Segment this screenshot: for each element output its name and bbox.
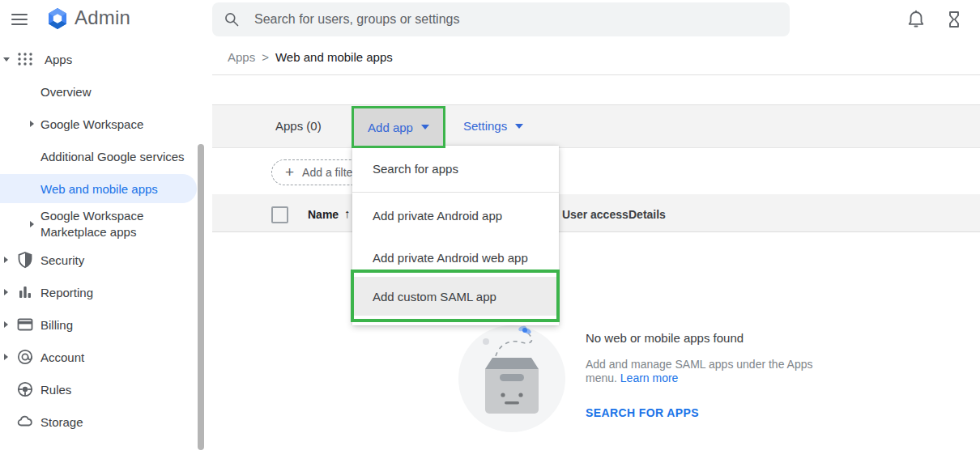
global-search[interactable] (212, 2, 790, 36)
google-admin-logo-icon (46, 7, 69, 30)
search-for-apps-link[interactable]: SEARCH FOR APPS (586, 406, 699, 419)
sidebar-item-web-and-mobile-apps[interactable]: Web and mobile apps (0, 176, 198, 201)
at-sign-account-icon (16, 348, 34, 366)
expand-arrow-icon (30, 221, 34, 227)
add-app-button[interactable]: Add app (354, 108, 443, 146)
breadcrumb-current: Web and mobile apps (275, 50, 393, 64)
sidebar-item-additional-google-services[interactable]: Additional Google services (0, 144, 198, 168)
search-icon (224, 11, 240, 28)
empty-state-title: No web or mobile apps found (586, 331, 744, 345)
bar-chart-reporting-icon (16, 283, 34, 301)
expand-arrow-icon (4, 257, 8, 263)
breadcrumb-separator: > (262, 50, 269, 64)
breadcrumb-parent[interactable]: Apps (228, 50, 255, 64)
expand-arrow-icon (30, 121, 34, 127)
menu-item-add-private-android-web-app[interactable]: Add private Android web app (352, 238, 559, 277)
sidebar-item-apps[interactable]: Apps (0, 47, 198, 71)
top-bar: Admin (0, 0, 980, 39)
divider (212, 74, 980, 75)
menu-item-search-for-apps[interactable]: Search for apps (352, 146, 559, 192)
sidebar-item-marketplace-apps[interactable]: Google Workspace Marketplace apps (0, 208, 198, 240)
apps-count-label: Apps (0) (275, 119, 322, 133)
sort-ascending-icon[interactable]: ↑ (344, 206, 351, 220)
sidebar-item-reporting[interactable]: Reporting (0, 280, 198, 304)
product-title: Admin (75, 6, 130, 29)
sidebar-scrollbar[interactable] (198, 144, 204, 450)
sidebar-item-storage[interactable]: Storage (0, 410, 198, 434)
select-all-checkbox[interactable] (271, 206, 288, 223)
menu-item-add-private-android-app[interactable]: Add private Android app (352, 193, 559, 238)
column-header-user-access: User access (562, 208, 628, 221)
notifications-bell-icon[interactable] (906, 10, 926, 29)
add-app-dropdown-menu: Search for apps Add private Android app … (352, 146, 559, 325)
plus-icon: + (285, 163, 294, 181)
chevron-down-icon (421, 125, 429, 129)
column-header-details: Details (628, 208, 666, 221)
empty-state-description: Add and manage SAML apps under the Apps … (586, 358, 829, 385)
learn-more-link[interactable]: Learn more (620, 371, 679, 384)
cloud-storage-icon (16, 413, 34, 431)
shield-security-icon (16, 251, 34, 269)
sidebar-item-rules[interactable]: Rules (0, 377, 198, 401)
sidebar-nav: Apps Overview Google Workspace Additiona… (0, 39, 207, 450)
hourglass-tasks-icon[interactable] (944, 10, 964, 29)
expand-arrow-icon (4, 289, 8, 295)
empty-box-illustration (455, 321, 569, 434)
collapse-arrow-icon (3, 57, 10, 62)
credit-card-billing-icon (16, 316, 34, 333)
menu-item-add-custom-saml-app[interactable]: Add custom SAML app (352, 277, 559, 316)
sidebar-item-google-workspace[interactable]: Google Workspace (0, 112, 198, 136)
sidebar-item-billing[interactable]: Billing (0, 312, 198, 337)
toolbar-band (212, 104, 980, 148)
steering-wheel-rules-icon (16, 380, 34, 398)
expand-arrow-icon (4, 321, 8, 328)
breadcrumb: Apps > Web and mobile apps (228, 50, 393, 64)
search-input[interactable] (253, 11, 742, 28)
apps-grid-icon (16, 50, 34, 68)
sidebar-item-security[interactable]: Security (0, 248, 198, 272)
annotation-box-add-app: Add app (352, 106, 445, 148)
hamburger-menu-icon[interactable] (11, 11, 28, 27)
sidebar-item-overview[interactable]: Overview (0, 79, 198, 104)
chevron-down-icon (515, 124, 523, 129)
settings-button[interactable]: Settings (463, 119, 523, 133)
column-header-name[interactable]: Name (308, 208, 339, 221)
sidebar-item-account[interactable]: Account (0, 345, 198, 369)
expand-arrow-icon (4, 354, 8, 360)
